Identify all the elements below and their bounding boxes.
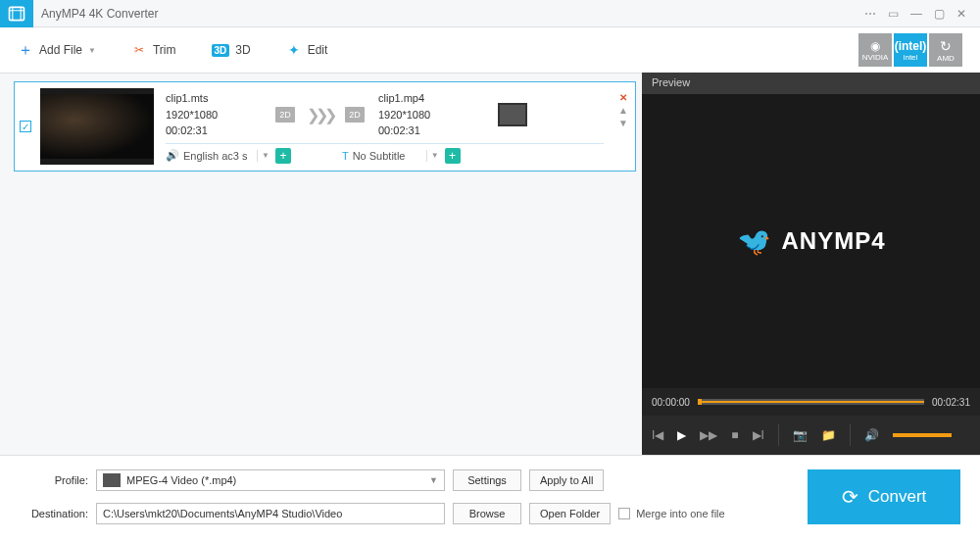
amd-chip[interactable]: ↻AMD — [929, 33, 962, 67]
intel-chip[interactable]: (intel)intel — [894, 33, 927, 67]
play-button[interactable]: ▶ — [677, 428, 686, 442]
player-controls: I◀ ▶ ▶▶ ■ ▶I 📷 📁 🔊 — [642, 416, 980, 455]
three-d-button[interactable]: 3D 3D — [212, 43, 251, 57]
seek-track[interactable] — [698, 399, 924, 405]
convert-icon: ⟳ — [842, 485, 858, 509]
feedback-icon[interactable]: ▭ — [888, 7, 899, 21]
subtitle-icon: T — [342, 150, 349, 162]
trim-label: Trim — [153, 43, 176, 57]
settings-button[interactable]: Settings — [453, 469, 521, 491]
dest-resolution: 1920*1080 — [378, 107, 488, 123]
gpu-accel-chips: ◉NVIDIA (intel)intel ↻AMD — [857, 33, 962, 67]
source-duration: 00:02:31 — [166, 123, 275, 139]
open-folder-button[interactable]: Open Folder — [529, 503, 611, 524]
merge-checkbox[interactable]: Merge into one file — [618, 508, 725, 519]
move-down-button[interactable]: ▼ — [618, 118, 628, 128]
dest-format-badge: 2D — [345, 107, 365, 123]
file-row[interactable]: ✓ clip1.mts 1920*1080 00:02:31 2D ❯❯❯ 2D… — [14, 81, 636, 172]
subtitle-selector[interactable]: T No Subtitle ▼ — [342, 150, 439, 162]
edit-label: Edit — [308, 43, 328, 57]
preview-panel: Preview 🐦 ANYMP4 00:00:00 00:02:31 I◀ ▶ … — [642, 73, 980, 455]
app-title: AnyMP4 4K Converter — [41, 7, 864, 21]
file-list-area: ✓ clip1.mts 1920*1080 00:02:31 2D ❯❯❯ 2D… — [0, 73, 642, 455]
audio-value: English ac3 s — [183, 150, 258, 162]
timeline[interactable]: 00:00:00 00:02:31 — [642, 388, 980, 416]
destination-label: Destination: — [20, 508, 88, 519]
dropdown-caret-icon: ▼ — [431, 151, 439, 160]
sparkle-icon: ✦ — [286, 42, 302, 58]
profile-value: MPEG-4 Video (*.mp4) — [126, 474, 236, 486]
dest-duration: 00:02:31 — [378, 123, 488, 139]
open-snapshot-folder-button[interactable]: 📁 — [821, 428, 836, 442]
trim-button[interactable]: ✂ Trim — [131, 42, 176, 58]
file-thumbnail — [40, 88, 154, 165]
destination-input[interactable]: C:\Users\mkt20\Documents\AnyMP4 Studio\V… — [96, 503, 445, 524]
player-canvas: 🐦 ANYMP4 — [642, 94, 980, 388]
convert-label: Convert — [868, 487, 927, 507]
source-info: clip1.mts 1920*1080 00:02:31 — [166, 90, 275, 139]
total-time: 00:02:31 — [932, 397, 970, 408]
profile-combo[interactable]: MPEG-4 Video (*.mp4) ▼ — [96, 469, 445, 491]
profile-label: Profile: — [20, 474, 88, 486]
audio-icon: 🔊 — [166, 149, 179, 162]
browse-button[interactable]: Browse — [453, 503, 521, 524]
brand-text: ANYMP4 — [781, 227, 885, 255]
remove-file-button[interactable]: ✕ — [619, 92, 627, 103]
current-time: 00:00:00 — [652, 397, 690, 408]
dropdown-caret-icon: ▼ — [88, 46, 96, 55]
merge-label: Merge into one file — [636, 508, 725, 519]
next-button[interactable]: ▶I — [753, 428, 764, 442]
workspace: ✓ clip1.mts 1920*1080 00:02:31 2D ❯❯❯ 2D… — [0, 73, 980, 455]
bottom-bar: Profile: MPEG-4 Video (*.mp4) ▼ Settings… — [0, 455, 980, 539]
fast-forward-button[interactable]: ▶▶ — [700, 428, 717, 442]
subtitle-value: No Subtitle — [353, 150, 427, 162]
move-up-button[interactable]: ▲ — [618, 105, 628, 116]
volume-icon[interactable]: 🔊 — [864, 428, 879, 442]
nvidia-chip[interactable]: ◉NVIDIA — [858, 33, 892, 67]
arrow-icon: ❯❯❯ — [307, 106, 333, 124]
maximize-button[interactable]: ▢ — [934, 7, 945, 21]
volume-slider[interactable] — [893, 433, 952, 437]
add-audio-button[interactable]: + — [275, 148, 291, 164]
source-resolution: 1920*1080 — [166, 107, 275, 123]
plus-icon: ＋ — [18, 42, 33, 58]
svg-rect-0 — [10, 7, 24, 20]
preview-title: Preview — [642, 73, 980, 94]
dropdown-caret-icon: ▼ — [429, 475, 438, 485]
titlebar: AnyMP4 4K Converter ⋯ ▭ — ▢ ✕ — [0, 0, 980, 27]
close-button[interactable]: ✕ — [956, 7, 966, 21]
apply-to-all-button[interactable]: Apply to All — [529, 469, 604, 491]
edit-button[interactable]: ✦ Edit — [286, 42, 328, 58]
output-format-icon[interactable] — [498, 103, 527, 126]
stop-button[interactable]: ■ — [731, 428, 738, 442]
chat-icon[interactable]: ⋯ — [864, 7, 876, 21]
window-controls: ⋯ ▭ — ▢ ✕ — [864, 7, 980, 21]
destination-value: C:\Users\mkt20\Documents\AnyMP4 Studio\V… — [103, 508, 342, 519]
dest-info: clip1.mp4 1920*1080 00:02:31 — [378, 90, 488, 139]
three-d-label: 3D — [235, 43, 250, 57]
profile-format-icon — [103, 473, 121, 487]
scissors-icon: ✂ — [131, 42, 147, 58]
add-subtitle-button[interactable]: + — [445, 148, 461, 164]
three-d-icon: 3D — [212, 44, 230, 57]
add-file-label: Add File — [39, 43, 82, 57]
snapshot-button[interactable]: 📷 — [793, 428, 808, 442]
source-name: clip1.mts — [166, 90, 275, 107]
convert-button[interactable]: ⟳ Convert — [808, 469, 960, 524]
brand-icon: 🐦 — [736, 225, 771, 258]
audio-track-selector[interactable]: 🔊 English ac3 s ▼ — [166, 149, 270, 162]
prev-button[interactable]: I◀ — [652, 428, 663, 442]
file-checkbox[interactable]: ✓ — [15, 82, 36, 171]
add-file-button[interactable]: ＋ Add File ▼ — [18, 42, 96, 58]
dropdown-caret-icon: ▼ — [262, 151, 270, 160]
file-meta: clip1.mts 1920*1080 00:02:31 2D ❯❯❯ 2D c… — [158, 82, 612, 171]
source-format-badge: 2D — [275, 107, 295, 123]
row-controls: ✕ ▲ ▼ — [612, 82, 635, 171]
app-logo — [0, 0, 33, 27]
main-toolbar: ＋ Add File ▼ ✂ Trim 3D 3D ✦ Edit ◉NVIDIA… — [0, 27, 980, 73]
minimize-button[interactable]: — — [910, 7, 922, 21]
dest-name: clip1.mp4 — [378, 90, 488, 107]
